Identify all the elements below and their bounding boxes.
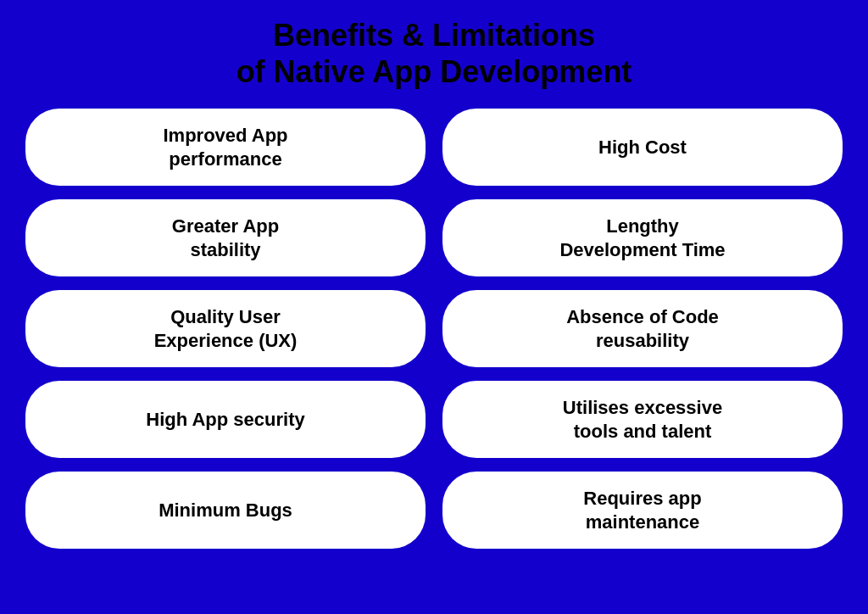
card-improved-performance-text: Improved App performance xyxy=(163,124,287,170)
benefits-limitations-grid: Improved App performance High Cost Great… xyxy=(25,109,843,549)
card-improved-performance: Improved App performance xyxy=(25,109,426,186)
card-minimum-bugs-text: Minimum Bugs xyxy=(159,499,292,522)
card-high-cost-text: High Cost xyxy=(598,136,687,159)
card-high-security: High App security xyxy=(25,381,426,458)
card-absence-reusability: Absence of Code reusability xyxy=(442,290,843,367)
card-absence-reusability-text: Absence of Code reusability xyxy=(566,305,719,352)
card-greater-stability: Greater App stability xyxy=(25,199,426,276)
card-app-maintenance: Requires app maintenance xyxy=(442,472,843,549)
card-high-cost: High Cost xyxy=(442,109,843,186)
card-app-maintenance-text: Requires app maintenance xyxy=(583,487,701,533)
card-high-security-text: High App security xyxy=(146,408,304,432)
card-quality-ux: Quality User Experience (UX) xyxy=(25,290,426,367)
card-lengthy-development: Lengthy Development Time xyxy=(442,199,843,276)
card-lengthy-development-text: Lengthy Development Time xyxy=(559,215,725,261)
card-quality-ux-text: Quality User Experience (UX) xyxy=(154,305,298,352)
card-excessive-tools-text: Utilises excessive tools and talent xyxy=(563,396,722,443)
card-greater-stability-text: Greater App stability xyxy=(172,215,279,261)
card-minimum-bugs: Minimum Bugs xyxy=(25,472,426,549)
page-title: Benefits & Limitations of Native App Dev… xyxy=(236,17,632,90)
card-excessive-tools: Utilises excessive tools and talent xyxy=(442,381,843,458)
